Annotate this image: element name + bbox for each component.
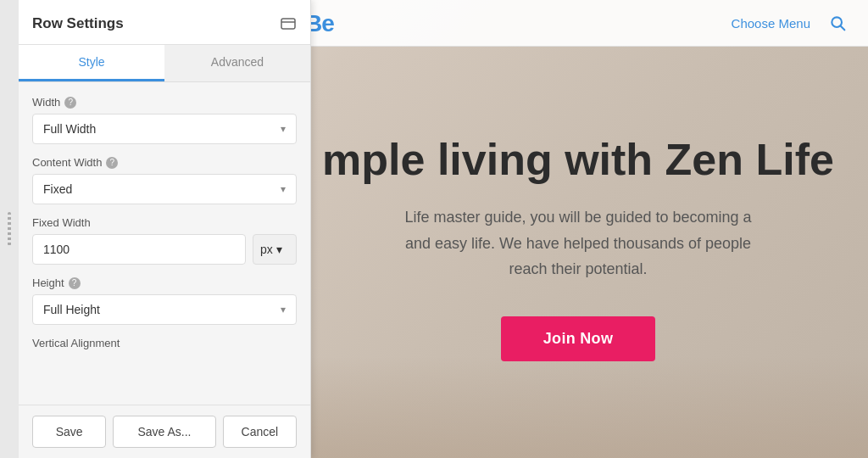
width-select[interactable]: Full Width ▾: [32, 114, 297, 144]
save-as-button[interactable]: Save As...: [113, 416, 215, 448]
fixed-width-label: Fixed Width: [32, 216, 297, 229]
hero-title: mple living with Zen Life: [305, 136, 851, 184]
topbar-right: Choose Menu: [732, 9, 851, 36]
join-now-button[interactable]: Join Now: [501, 316, 655, 361]
svg-rect-2: [281, 19, 295, 29]
content-width-field-group: Content Width ? Fixed ▾: [32, 156, 297, 204]
unit-chevron-icon: ▾: [276, 243, 282, 256]
content-width-select[interactable]: Fixed ▾: [32, 174, 297, 204]
width-label: Width ?: [32, 96, 297, 109]
panel-footer: Save Save As... Cancel: [19, 405, 310, 458]
width-help-icon[interactable]: ?: [64, 97, 76, 109]
search-icon[interactable]: [824, 9, 851, 36]
panel-header: Row Settings: [19, 0, 310, 45]
height-field-group: Height ? Full Height ▾: [32, 276, 297, 325]
minimize-icon[interactable]: [280, 17, 297, 31]
fixed-width-input[interactable]: [32, 234, 246, 265]
book-decoration: [305, 356, 868, 458]
hero-subtitle-line3: reach their potential.: [509, 260, 647, 277]
svg-line-1: [841, 26, 845, 31]
save-button[interactable]: Save: [32, 416, 106, 448]
vertical-alignment-field-group: Vertical Alignment: [32, 337, 297, 349]
height-label: Height ?: [32, 276, 297, 289]
cancel-button[interactable]: Cancel: [223, 416, 297, 448]
height-select[interactable]: Full Height ▾: [32, 294, 297, 325]
tab-style[interactable]: Style: [19, 45, 164, 81]
panel-edge: [0, 0, 19, 458]
hero-subtitle-line2: and easy life. We have helped thousands …: [405, 235, 751, 252]
width-field-group: Width ? Full Width ▾: [32, 96, 297, 144]
height-chevron-icon: ▾: [281, 304, 286, 316]
fixed-width-row: px ▾: [32, 234, 297, 265]
fixed-width-field-group: Fixed Width px ▾: [32, 216, 297, 265]
choose-menu-link[interactable]: Choose Menu: [732, 16, 810, 31]
hero-content: mple living with Zen Life Life master gu…: [305, 136, 851, 361]
panel-tabs: Style Advanced: [19, 45, 310, 82]
drag-handle[interactable]: [8, 212, 11, 246]
hero-subtitle: Life master guide, you will be guided to…: [341, 204, 815, 282]
hero-subtitle-line1: Life master guide, you will be guided to…: [404, 209, 751, 226]
unit-select[interactable]: px ▾: [253, 234, 297, 265]
panel-title: Row Settings: [32, 15, 124, 32]
tab-advanced[interactable]: Advanced: [164, 45, 310, 81]
logo: Be: [305, 7, 373, 41]
content-width-chevron-icon: ▾: [281, 183, 286, 195]
panel-body: Width ? Full Width ▾ Content Width ? Fix…: [19, 82, 310, 405]
height-help-icon[interactable]: ?: [69, 277, 81, 289]
content-width-help-icon[interactable]: ?: [106, 157, 118, 169]
width-chevron-icon: ▾: [281, 123, 286, 135]
vertical-alignment-label: Vertical Alignment: [32, 337, 297, 349]
content-width-label: Content Width ?: [32, 156, 297, 169]
settings-panel: Row Settings Style Advanced Width ? Full…: [19, 0, 311, 458]
